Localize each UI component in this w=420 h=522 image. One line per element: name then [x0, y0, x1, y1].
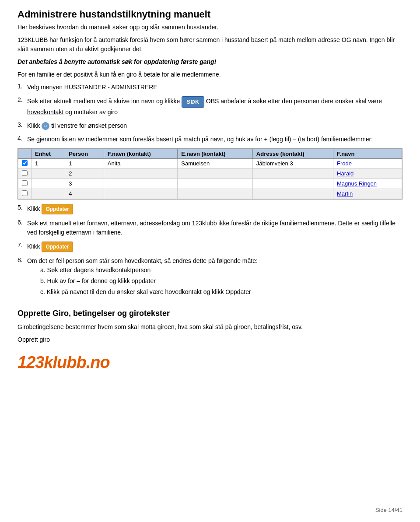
- step-6-text: Søk evt manuelt etter fornavn, etternavn…: [27, 219, 402, 237]
- section2-title: Opprette Giro, betingelser og girotekste…: [18, 309, 402, 318]
- table-cell-fnavn-kontakt: [104, 179, 177, 189]
- substep-label: c.: [40, 288, 45, 295]
- table-cell-person: 1: [65, 158, 104, 168]
- step-2: 2. Søk etter aktuelt medlem ved å skrive…: [18, 96, 402, 117]
- step-4-num: 4.: [18, 135, 27, 142]
- step-7-content: Klikk Oppdater: [27, 242, 402, 252]
- list-item: c. Klikk på navnet til den du ønsker ska…: [40, 287, 402, 297]
- table-cell-enavn-kontakt: [178, 179, 253, 189]
- table-cell-enhet: [32, 179, 65, 189]
- col-person: Person: [65, 149, 104, 158]
- table-cell-person: 2: [65, 168, 104, 179]
- table-cell-enhet: 1: [32, 158, 65, 168]
- step-2-text-before: Søk etter aktuelt medlem ved å skrive in…: [27, 98, 180, 105]
- step-4: 4. Se gjennom listen av medlemmer som fo…: [18, 135, 402, 144]
- col-enhet: Enhet: [32, 149, 65, 158]
- table-cell-fnavn2[interactable]: Martin: [333, 189, 402, 199]
- person-icon: ☺: [42, 122, 49, 130]
- table-cell-fnavn-kontakt: [104, 168, 177, 179]
- intro-p3: Det anbefales å benytte automatisk søk f…: [18, 57, 402, 67]
- step-3-content: Klikk ☺ til venstre for ønsket person: [27, 121, 402, 130]
- substep-label: b.: [40, 277, 46, 284]
- step-8-text: Om det er feil person som står som hoved…: [27, 257, 258, 264]
- table-cell-fnavn-kontakt: Anita: [104, 158, 177, 168]
- col-checkbox: [18, 149, 32, 158]
- table-cell-fnavn-kontakt: [104, 189, 177, 199]
- table-cell-enavn-kontakt: Samuelsen: [178, 158, 253, 168]
- family-table: Enhet Person F.navn (kontakt) E.navn (ko…: [18, 149, 402, 199]
- table-cell-enavn-kontakt: [178, 168, 253, 179]
- substep-text: Søk etter dagens hovedkontaktperson: [47, 266, 151, 273]
- table-row: 3Magnus Ringen: [18, 179, 402, 189]
- step-1: 1. Velg menyen HUSSTANDER - ADMINISTRERE: [18, 83, 402, 92]
- step-1-num: 1.: [18, 83, 27, 90]
- step-7-text-before: Klikk: [27, 242, 40, 249]
- table-row: 4Martin: [18, 189, 402, 199]
- step-8-num: 8.: [18, 256, 27, 263]
- table-cell-person: 4: [65, 189, 104, 199]
- section2-sub: Opprett giro: [18, 335, 402, 344]
- step-3-text-before: Klikk: [27, 122, 40, 129]
- col-fnavn-kontakt: F.navn (kontakt): [104, 149, 177, 158]
- table-cell-checkbox[interactable]: [18, 158, 32, 168]
- table-cell-enhet: [32, 189, 65, 199]
- table-cell-fnavn2[interactable]: Magnus Ringen: [333, 179, 402, 189]
- step-3-text-after: til venstre for ønsket person: [51, 122, 127, 129]
- step-5: 5. Klikk Oppdater: [18, 204, 402, 214]
- table-cell-enhet: [32, 168, 65, 179]
- step-5-text-before: Klikk: [27, 205, 40, 212]
- table-cell-checkbox[interactable]: [18, 168, 32, 179]
- table-cell-adresse: Jåblomveien 3: [252, 158, 333, 168]
- col-enavn-kontakt: E.navn (kontakt): [178, 149, 253, 158]
- substep-text: Klikk på navnet til den du ønsker skal v…: [47, 288, 251, 295]
- step-1-text: Velg menyen HUSSTANDER - ADMINISTRERE: [27, 83, 402, 92]
- page-number: Side 14/41: [375, 507, 402, 513]
- table-cell-adresse: [252, 168, 333, 179]
- step-5-content: Klikk Oppdater: [27, 204, 402, 214]
- step-2-num: 2.: [18, 96, 27, 103]
- table-cell-checkbox[interactable]: [18, 179, 32, 189]
- list-item: a. Søk etter dagens hovedkontaktperson: [40, 266, 402, 275]
- step-7: 7. Klikk Oppdater: [18, 242, 402, 252]
- step-3: 3. Klikk ☺ til venstre for ønsket person: [18, 121, 402, 130]
- sok-button-inline[interactable]: SØK: [182, 96, 204, 108]
- substep-label: a.: [40, 266, 46, 273]
- table-cell-person: 3: [65, 179, 104, 189]
- step-6: 6. Søk evt manuelt etter fornavn, ettern…: [18, 219, 402, 237]
- step-6-num: 6.: [18, 219, 27, 226]
- col-adresse-kontakt: Adresse (kontakt): [252, 149, 333, 158]
- table-cell-fnavn2[interactable]: Harald: [333, 168, 402, 179]
- substep-text: Huk av for – for denne og klikk oppdater: [47, 277, 156, 284]
- intro-p4: For en familie er det positivt å kun få …: [18, 70, 402, 79]
- list-item: b. Huk av for – for denne og klikk oppda…: [40, 277, 402, 286]
- table-cell-checkbox[interactable]: [18, 189, 32, 199]
- logo: 123klubb.no: [18, 353, 110, 371]
- table-cell-enavn-kontakt: [178, 189, 253, 199]
- step-4-text: Se gjennom listen av medlemmer som fores…: [27, 135, 402, 144]
- table-cell-adresse: [252, 179, 333, 189]
- step-3-num: 3.: [18, 121, 27, 128]
- col-fnavn: F.navn: [333, 149, 402, 158]
- page-title: Administrere hustandstilknytning manuelt: [18, 9, 402, 20]
- table-header-row: Enhet Person F.navn (kontakt) E.navn (ko…: [18, 149, 402, 158]
- oppdater-button-7[interactable]: Oppdater: [42, 242, 73, 252]
- step-5-num: 5.: [18, 204, 27, 211]
- intro-p2: 123KLUBB har funksjon for å automatisk f…: [18, 35, 402, 54]
- oppdater-button-5[interactable]: Oppdater: [42, 204, 73, 214]
- section2-intro: Girobetingelsene bestemmer hvem som skal…: [18, 322, 402, 332]
- step-8-substeps: a. Søk etter dagens hovedkontaktpersonb.…: [40, 266, 402, 297]
- step-8-content: Om det er feil person som står som hoved…: [27, 256, 402, 298]
- table-row: 2Harald: [18, 168, 402, 179]
- table-cell-fnavn2[interactable]: Frode: [333, 158, 402, 168]
- intro-p1: Her beskrives hvordan du manuelt søker o…: [18, 23, 402, 32]
- step-2-content: Søk etter aktuelt medlem ved å skrive in…: [27, 96, 402, 117]
- step-8: 8. Om det er feil person som står som ho…: [18, 256, 402, 298]
- step-7-num: 7.: [18, 242, 27, 249]
- table-row: 11AnitaSamuelsenJåblomveien 3Frode: [18, 158, 402, 168]
- table-cell-adresse: [252, 189, 333, 199]
- logo-area: 123klubb.no: [18, 353, 402, 372]
- page-footer: Side 14/41: [375, 507, 402, 513]
- family-table-wrapper: Enhet Person F.navn (kontakt) E.navn (ko…: [18, 148, 402, 200]
